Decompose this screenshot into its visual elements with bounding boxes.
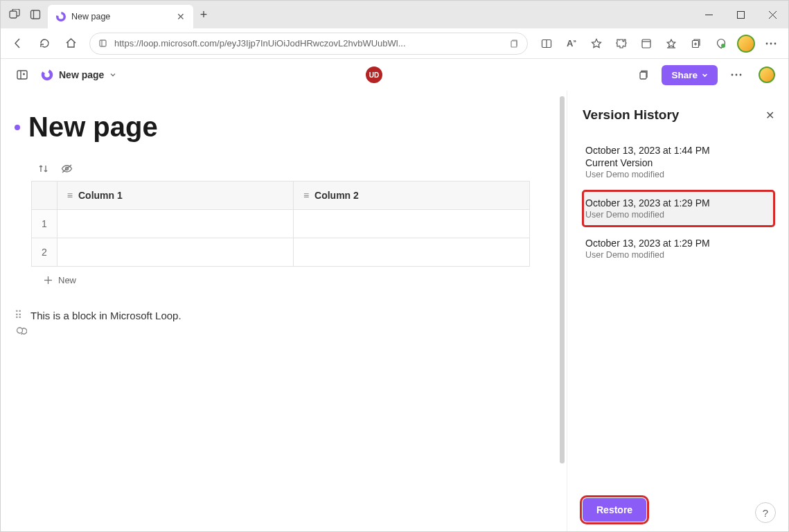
copy-url-icon[interactable] xyxy=(509,39,519,48)
browser-essentials-icon[interactable] xyxy=(709,32,733,55)
row-number[interactable]: 2 xyxy=(32,238,57,267)
table-row[interactable]: 1 xyxy=(32,210,530,238)
sort-icon[interactable] xyxy=(38,163,48,174)
loop-favicon-icon xyxy=(56,12,66,21)
svg-point-23 xyxy=(774,42,777,44)
svg-point-3 xyxy=(57,13,65,21)
extensions-icon[interactable] xyxy=(610,32,633,55)
svg-rect-24 xyxy=(17,71,27,79)
chevron-down-icon xyxy=(702,72,708,78)
app-header: New page UD Share xyxy=(1,59,788,91)
svg-rect-8 xyxy=(100,40,106,46)
tab-close-icon[interactable]: ✕ xyxy=(177,11,185,22)
panel-title: Version History xyxy=(583,107,679,123)
help-button[interactable]: ? xyxy=(755,502,776,523)
close-panel-button[interactable]: ✕ xyxy=(765,109,774,122)
column-header-1[interactable]: ≡Column 1 xyxy=(57,181,293,210)
toggle-sidebar-button[interactable] xyxy=(10,63,34,87)
svg-point-30 xyxy=(732,74,734,76)
chevron-down-icon xyxy=(109,71,116,78)
drag-handle-icon[interactable]: ⠿ xyxy=(15,309,21,321)
address-bar[interactable]: https://loop.microsoft.com/p/eyJ3Ijp7InU… xyxy=(89,33,528,55)
profile-button[interactable] xyxy=(734,32,758,55)
browser-tab[interactable]: New page ✕ xyxy=(48,5,193,28)
copy-component-button[interactable] xyxy=(631,63,655,87)
add-row-button[interactable]: New xyxy=(34,269,553,291)
workspaces-icon[interactable] xyxy=(8,8,21,21)
version-current-label: Current Version xyxy=(585,157,772,168)
row-number[interactable]: 1 xyxy=(32,210,57,238)
breadcrumb[interactable]: New page xyxy=(41,69,116,81)
svg-rect-29 xyxy=(640,72,646,79)
svg-point-31 xyxy=(736,74,738,76)
version-history-panel: Version History ✕ October 13, 2023 at 1:… xyxy=(567,91,788,532)
back-button[interactable] xyxy=(6,32,30,55)
page-title[interactable]: New page xyxy=(28,112,158,143)
svg-rect-5 xyxy=(737,11,744,18)
table-cell[interactable] xyxy=(57,210,293,238)
version-timestamp: October 13, 2023 at 1:29 PM xyxy=(585,238,772,249)
version-item-selected[interactable]: October 13, 2023 at 1:29 PM User Demo mo… xyxy=(583,190,774,227)
new-tab-button[interactable]: + xyxy=(193,8,214,22)
plus-icon xyxy=(44,276,53,285)
tab-title: New page xyxy=(71,12,110,21)
version-modifier: User Demo modified xyxy=(585,170,772,179)
share-button[interactable]: Share xyxy=(662,65,718,85)
svg-point-21 xyxy=(766,42,768,44)
svg-rect-13 xyxy=(642,39,650,48)
version-item[interactable]: October 13, 2023 at 1:44 PM Current Vers… xyxy=(583,138,774,186)
table-row[interactable]: 2 xyxy=(32,238,530,267)
split-screen-icon[interactable] xyxy=(535,32,558,55)
home-button[interactable] xyxy=(59,32,82,55)
window-minimize-button[interactable] xyxy=(693,1,725,28)
table-cell[interactable] xyxy=(293,238,529,267)
comment-icon[interactable] xyxy=(15,326,553,337)
refresh-button[interactable] xyxy=(33,32,56,55)
tab-actions-icon[interactable] xyxy=(28,8,42,21)
svg-point-32 xyxy=(740,74,742,76)
svg-point-37 xyxy=(17,328,23,333)
text-block[interactable]: This is a block in Microsoft Loop. xyxy=(30,310,181,321)
sidebar-icon[interactable] xyxy=(635,32,658,55)
table-corner-cell[interactable] xyxy=(32,181,57,210)
page-more-button[interactable] xyxy=(725,63,748,87)
user-presence-badge[interactable]: UD xyxy=(366,66,382,83)
loop-icon xyxy=(41,69,53,81)
favorite-icon[interactable] xyxy=(585,32,608,55)
breadcrumb-page-name: New page xyxy=(59,69,104,80)
column-header-2[interactable]: ≡Column 2 xyxy=(293,181,529,210)
favorites-bar-icon[interactable] xyxy=(659,32,683,55)
url-text: https://loop.microsoft.com/p/eyJ3Ijp7InU… xyxy=(114,38,502,48)
hide-icon[interactable] xyxy=(61,163,73,174)
svg-rect-10 xyxy=(511,41,517,47)
table-cell[interactable] xyxy=(57,238,293,267)
version-timestamp: October 13, 2023 at 1:29 PM xyxy=(585,197,772,209)
version-modifier: User Demo modified xyxy=(585,210,772,220)
svg-point-22 xyxy=(770,42,772,44)
svg-point-28 xyxy=(43,71,51,79)
more-menu-button[interactable] xyxy=(759,32,783,55)
version-modifier: User Demo modified xyxy=(585,250,772,260)
scrollbar[interactable] xyxy=(560,96,565,463)
version-item[interactable]: October 13, 2023 at 1:29 PM User Demo mo… xyxy=(583,231,774,267)
page-canvas[interactable]: New page ≡Column 1 ≡Column 2 1 xyxy=(1,91,567,532)
collections-icon[interactable] xyxy=(684,32,708,55)
window-maximize-button[interactable] xyxy=(725,1,756,28)
browser-toolbar: https://loop.microsoft.com/p/eyJ3Ijp7InU… xyxy=(1,28,788,59)
profile-avatar[interactable] xyxy=(755,63,779,87)
site-info-icon[interactable] xyxy=(98,39,107,48)
window-close-button[interactable] xyxy=(756,1,788,28)
svg-rect-1 xyxy=(31,10,40,19)
content-table[interactable]: ≡Column 1 ≡Column 2 1 2 xyxy=(31,181,530,267)
svg-point-20 xyxy=(721,44,725,48)
title-bullet-icon xyxy=(15,125,20,130)
table-cell[interactable] xyxy=(293,210,529,238)
read-aloud-icon[interactable]: A» xyxy=(560,32,583,55)
version-timestamp: October 13, 2023 at 1:44 PM xyxy=(585,145,772,156)
restore-button[interactable]: Restore xyxy=(583,498,646,522)
svg-rect-0 xyxy=(10,11,17,18)
window-titlebar: New page ✕ + xyxy=(1,1,788,28)
